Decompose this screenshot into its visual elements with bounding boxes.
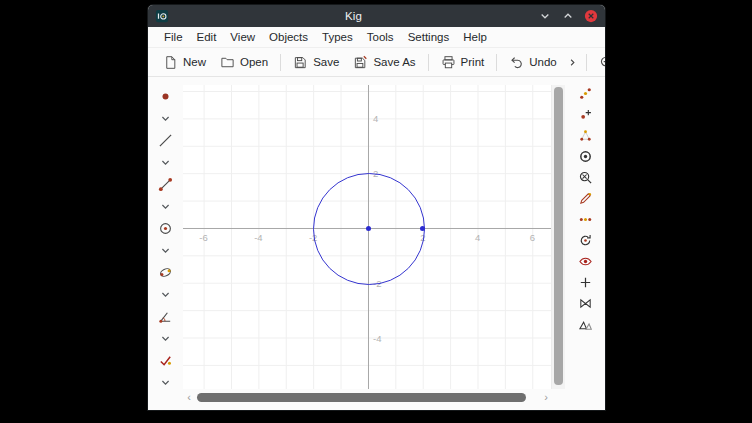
conic-tool[interactable] [148, 261, 183, 283]
menu-view[interactable]: View [223, 29, 262, 45]
horizontal-scrollbar[interactable]: ‹ › [183, 391, 552, 404]
x-tick-label: 4 [475, 232, 480, 243]
rotate-tool[interactable] [565, 230, 605, 251]
new-button[interactable]: New [156, 51, 213, 74]
line-tools-expander[interactable] [148, 151, 183, 173]
circle-tool[interactable] [148, 217, 183, 239]
folder-open-icon [220, 55, 235, 70]
angle-tool[interactable] [148, 305, 183, 327]
similarity-tool[interactable] [565, 314, 605, 335]
chevron-down-icon [159, 332, 172, 345]
segment-tools-expander[interactable] [148, 195, 183, 217]
horizontal-scrollbar-thumb[interactable] [197, 393, 526, 402]
chevron-up-icon [561, 9, 575, 23]
menu-file[interactable]: File [157, 29, 190, 45]
menu-edit[interactable]: Edit [190, 29, 224, 45]
angle-icon [158, 309, 173, 324]
label-tool[interactable] [565, 83, 605, 104]
right-toolbar [565, 77, 605, 410]
move-object-tool[interactable] [565, 188, 605, 209]
minimize-button[interactable] [538, 9, 552, 23]
scroll-right-arrow-icon[interactable]: › [540, 391, 552, 404]
translate-tool[interactable] [565, 272, 605, 293]
save-icon [293, 55, 308, 70]
y-tick-label: -4 [373, 333, 381, 344]
undo-icon [509, 55, 524, 70]
eye-red-icon [578, 254, 593, 269]
toolbar-button-label: Save As [373, 56, 415, 68]
toolbar-separator [428, 54, 429, 71]
toolbar-separator [496, 54, 497, 71]
conic-tools-expander[interactable] [148, 283, 183, 305]
titlebar[interactable]: Kig [148, 5, 605, 27]
line-tool[interactable] [148, 129, 183, 151]
chevron-down-icon [159, 288, 172, 301]
toolbar-button-label: Open [240, 56, 268, 68]
circle-tools-expander[interactable] [148, 239, 183, 261]
zoom-in-button[interactable]: Zoom In [592, 51, 605, 74]
line-icon [158, 133, 173, 148]
menu-settings[interactable]: Settings [401, 29, 457, 45]
toolbar-button-label: Save [313, 56, 339, 68]
app-icon [155, 9, 169, 23]
conic-by-points-tool[interactable] [565, 146, 605, 167]
vertical-scrollbar[interactable] [551, 85, 565, 389]
menu-help[interactable]: Help [456, 29, 494, 45]
toolbar-button-label: New [183, 56, 206, 68]
measure-tools-expander[interactable] [148, 327, 183, 349]
point-tool[interactable] [148, 85, 183, 107]
zoom-in-icon [599, 55, 605, 70]
scroll-left-arrow-icon[interactable]: ‹ [183, 391, 195, 404]
print-button[interactable]: Print [434, 51, 492, 74]
hide-object-tool[interactable] [565, 167, 605, 188]
point-by-coordinates-tool[interactable] [565, 104, 605, 125]
conic-icon [158, 265, 173, 280]
dots-diagonal-icon [578, 86, 593, 101]
triangles-icon [578, 317, 593, 332]
point-object[interactable] [420, 226, 425, 231]
x-tick-label: 6 [530, 232, 535, 243]
left-toolbar [148, 77, 183, 410]
circle-icon [158, 221, 173, 236]
open-button[interactable]: Open [213, 51, 275, 74]
point-plus-icon [578, 107, 593, 122]
toolbar-button-label: Undo [529, 56, 557, 68]
print-icon [441, 55, 456, 70]
chevron-right-icon [567, 57, 578, 68]
window-title: Kig [169, 10, 538, 22]
point-tools-expander[interactable] [148, 107, 183, 129]
horizontal-scrollbar-track[interactable] [195, 393, 540, 402]
toolbar-separator [280, 54, 281, 71]
maximize-button[interactable] [561, 9, 575, 23]
pencil-icon [578, 191, 593, 206]
close-x-icon [584, 9, 598, 23]
geometry-canvas[interactable]: -6-4-224642-2-4 [183, 85, 551, 389]
segment-icon [158, 177, 173, 192]
close-button[interactable] [584, 9, 598, 23]
hide-cross-icon [578, 170, 593, 185]
menu-types[interactable]: Types [315, 29, 360, 45]
test-tool[interactable] [148, 349, 183, 371]
undo-button[interactable]: Undo [502, 51, 564, 74]
dots-triple-icon [578, 128, 593, 143]
menu-tools[interactable]: Tools [360, 29, 401, 45]
toolbar-overflow-chevron[interactable] [564, 53, 581, 72]
main-content: -6-4-224642-2-4 ‹ › [148, 77, 605, 410]
chevron-down-icon [159, 244, 172, 257]
kig-window: Kig FileEditViewObjectsTypesToolsSetting… [148, 5, 605, 410]
reflect-tool[interactable] [565, 293, 605, 314]
save-as-button[interactable]: Save As [346, 51, 422, 74]
save-button[interactable]: Save [286, 51, 346, 74]
rotate-icon [578, 233, 593, 248]
x-tick-label: -4 [254, 232, 262, 243]
vertex-points-tool[interactable] [565, 125, 605, 146]
menu-objects[interactable]: Objects [262, 29, 315, 45]
vertical-scrollbar-thumb[interactable] [554, 87, 563, 385]
check-icon [158, 353, 173, 368]
locus-tool[interactable] [565, 209, 605, 230]
show-hidden-tool[interactable] [565, 251, 605, 272]
segment-tool[interactable] [148, 173, 183, 195]
chevron-down-icon [159, 376, 172, 389]
test-tools-expander[interactable] [148, 371, 183, 393]
point-object[interactable] [366, 226, 371, 231]
